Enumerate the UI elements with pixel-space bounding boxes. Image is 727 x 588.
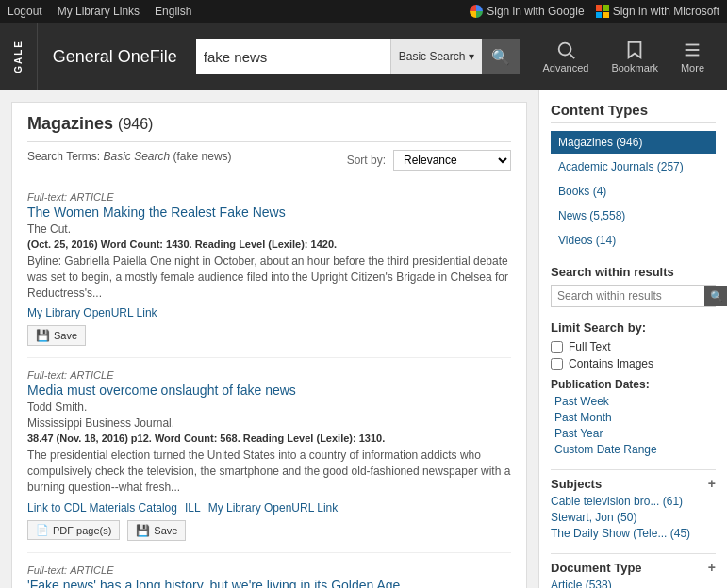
- search-type-button[interactable]: Basic Search ▾: [390, 39, 483, 74]
- search-input[interactable]: [196, 39, 390, 74]
- result-links: My Library OpenURL Link: [27, 306, 511, 319]
- results-list: Full-text: ARTICLE The Women Making the …: [27, 180, 511, 588]
- result-fulltext-label: Full-text: ARTICLE: [27, 369, 511, 381]
- full-text-checkbox-row[interactable]: Full Text: [551, 340, 716, 353]
- content-header: Magazines (946): [27, 114, 511, 142]
- content-types-section: Content Types Magazines (946) Academic J…: [551, 102, 716, 252]
- cdl-link[interactable]: Link to CDL Materials Catalog: [27, 501, 177, 514]
- result-meta: 38.47 (Nov. 18, 2016) p12. Word Count: 5…: [27, 433, 511, 444]
- content-type-books[interactable]: Books (4): [551, 180, 716, 203]
- sign-in-google-button[interactable]: Sign in with Google: [470, 5, 584, 18]
- gale-label: GALE: [13, 40, 24, 74]
- past-week-link[interactable]: Past Week: [551, 395, 716, 408]
- doc-type-title: Document Type: [551, 561, 642, 575]
- sort-row: Search Terms: Basic Search (fake news) S…: [27, 150, 511, 171]
- subject-link[interactable]: The Daily Show (Tele... (45): [551, 527, 716, 540]
- full-text-checkbox[interactable]: [551, 341, 563, 353]
- chevron-down-icon: ▾: [469, 50, 474, 63]
- past-month-link[interactable]: Past Month: [551, 411, 716, 424]
- search-icon: 🔍: [710, 290, 723, 302]
- result-actions: 💾 Save: [27, 325, 511, 346]
- doc-type-link[interactable]: Article (538): [551, 579, 716, 588]
- content-type-magazines[interactable]: Magazines (946): [551, 131, 716, 154]
- google-icon: [470, 5, 483, 18]
- content-type-videos[interactable]: Videos (14): [551, 229, 716, 252]
- contains-images-checkbox-row[interactable]: Contains Images: [551, 357, 716, 370]
- subjects-title: Subjects: [551, 477, 602, 491]
- content-type-academic[interactable]: Academic Journals (257): [551, 155, 716, 178]
- custom-date-link[interactable]: Custom Date Range: [551, 443, 716, 456]
- search-within-title: Search within results: [551, 265, 716, 279]
- full-text-label: Full Text: [569, 340, 610, 353]
- result-links: Link to CDL Materials Catalog ILL My Lib…: [27, 501, 511, 514]
- top-navigation: Logout My Library Links English Sign in …: [0, 0, 727, 23]
- sort-select[interactable]: Relevance Date (Newest) Date (Oldest): [393, 150, 511, 171]
- result-title-link[interactable]: Media must overcome onslaught of fake ne…: [27, 383, 511, 398]
- ill-link[interactable]: ILL: [185, 501, 201, 514]
- contains-images-checkbox[interactable]: [551, 358, 563, 370]
- result-source: Todd Smith.: [27, 400, 511, 414]
- microsoft-icon: [596, 5, 609, 18]
- expand-icon[interactable]: +: [708, 560, 716, 575]
- pdf-button[interactable]: 📄 PDF page(s): [27, 520, 120, 540]
- search-bar: Basic Search ▾ 🔍: [196, 39, 520, 74]
- language-link[interactable]: English: [155, 5, 191, 18]
- advanced-icon: [555, 40, 576, 60]
- divider: [551, 553, 716, 554]
- right-sidebar: Content Types Magazines (946) Academic J…: [538, 90, 727, 588]
- limit-search-section: Limit Search by: Full Text Contains Imag…: [551, 320, 716, 456]
- bookmark-button[interactable]: Bookmark: [603, 36, 666, 77]
- table-row: Full-text: ARTICLE Media must overcome o…: [27, 358, 511, 552]
- app-header: GALE General OneFile Basic Search ▾ 🔍 Ad…: [0, 23, 727, 90]
- advanced-button[interactable]: Advanced: [535, 36, 596, 77]
- result-fulltext-label: Full-text: ARTICLE: [27, 564, 511, 576]
- result-actions: 📄 PDF page(s) 💾 Save: [27, 520, 511, 541]
- pdf-icon: 📄: [36, 524, 49, 536]
- svg-line-1: [570, 54, 574, 58]
- search-submit-button[interactable]: 🔍: [482, 39, 520, 74]
- search-within-button[interactable]: 🔍: [704, 286, 727, 306]
- my-library-link[interactable]: My Library Links: [58, 5, 140, 18]
- result-byline: The presidential election turned the Uni…: [27, 448, 511, 495]
- main-layout: Magazines (946) Search Terms: Basic Sear…: [0, 90, 727, 588]
- logout-link[interactable]: Logout: [8, 5, 42, 18]
- sign-in-microsoft-button[interactable]: Sign in with Microsoft: [596, 5, 719, 18]
- search-icon: 🔍: [491, 48, 510, 66]
- app-title: General OneFile: [53, 47, 177, 67]
- result-byline: Byline: Gabriella Paiella One night in O…: [27, 253, 511, 301]
- limit-title: Limit Search by:: [551, 320, 716, 335]
- subjects-header: Subjects +: [551, 476, 716, 491]
- save-button[interactable]: 💾 Save: [127, 520, 186, 541]
- more-button[interactable]: More: [673, 36, 712, 77]
- doc-type-section: Document Type + Article (538) Brief arti…: [551, 560, 716, 588]
- result-meta: (Oct. 25, 2016) Word Count: 1430. Readin…: [27, 238, 511, 250]
- openurl-link[interactable]: My Library OpenURL Link: [27, 306, 157, 319]
- save-icon: 💾: [36, 329, 50, 342]
- openurl-link[interactable]: My Library OpenURL Link: [208, 501, 339, 514]
- table-row: Full-text: ARTICLE The Women Making the …: [27, 180, 511, 358]
- content-type-news[interactable]: News (5,558): [551, 204, 716, 227]
- save-button[interactable]: 💾 Save: [27, 325, 86, 346]
- subjects-section: Subjects + Cable television bro... (61) …: [551, 476, 716, 540]
- doc-type-header: Document Type +: [551, 560, 716, 575]
- save-icon: 💾: [136, 524, 150, 537]
- more-icon: [682, 40, 702, 60]
- table-row: Full-text: ARTICLE 'Fake news' has a lon…: [27, 553, 511, 588]
- result-title-link[interactable]: 'Fake news' has a long history, but we'r…: [27, 578, 511, 588]
- gale-sidebar: GALE: [0, 23, 38, 90]
- result-source: The Cut.: [27, 222, 511, 236]
- svg-point-0: [559, 43, 571, 56]
- search-within-input[interactable]: [552, 286, 704, 306]
- result-fulltext-label: Full-text: ARTICLE: [27, 191, 511, 203]
- svg-rect-4: [686, 55, 700, 57]
- bookmark-icon: [624, 40, 645, 60]
- result-source2: Mississippi Business Journal.: [27, 416, 511, 430]
- past-year-link[interactable]: Past Year: [551, 427, 716, 440]
- result-title-link[interactable]: The Women Making the Realest Fake News: [27, 204, 511, 220]
- content-area: Magazines (946) Search Terms: Basic Sear…: [0, 90, 538, 588]
- subject-link[interactable]: Cable television bro... (61): [551, 495, 716, 508]
- divider: [551, 469, 716, 470]
- expand-icon[interactable]: +: [708, 476, 716, 491]
- search-within-section: Search within results 🔍: [551, 265, 716, 307]
- subject-link[interactable]: Stewart, Jon (50): [551, 511, 716, 524]
